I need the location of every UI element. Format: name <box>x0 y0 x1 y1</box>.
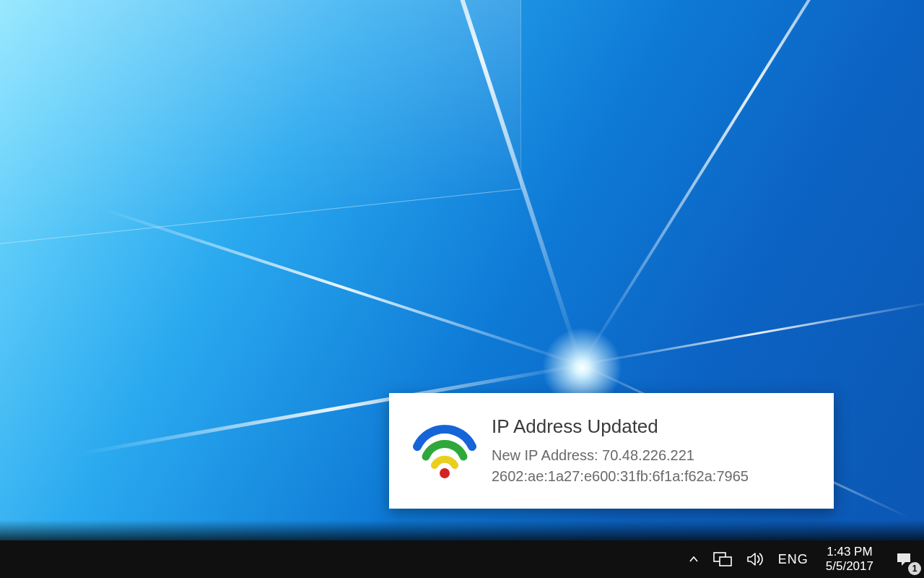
volume-tray-icon[interactable] <box>739 540 771 578</box>
language-label: ENG <box>778 552 808 567</box>
action-center-button[interactable]: 1 <box>884 540 924 578</box>
network-tray-icon[interactable] <box>706 540 739 578</box>
system-tray: ENG 1:43 PM 5/5/2017 1 <box>681 540 924 578</box>
speaker-icon <box>746 551 764 567</box>
language-indicator[interactable]: ENG <box>771 540 816 578</box>
wifi-icon <box>405 422 484 480</box>
clock-time: 1:43 PM <box>827 545 872 559</box>
clock-date: 5/5/2017 <box>826 559 873 574</box>
clock-tray[interactable]: 1:43 PM 5/5/2017 <box>816 540 884 578</box>
notification-title: IP Address Updated <box>492 415 818 438</box>
monitor-network-icon <box>713 551 732 568</box>
svg-rect-2 <box>720 557 731 566</box>
notification-ipv6: 2602:ae:1a27:e600:31fb:6f1a:f62a:7965 <box>492 466 818 487</box>
chevron-up-icon <box>689 554 699 564</box>
action-center-badge: 1 <box>908 562 921 575</box>
notification-toast[interactable]: IP Address Updated New IP Address: 70.48… <box>389 393 834 509</box>
taskbar: ENG 1:43 PM 5/5/2017 1 <box>0 540 924 578</box>
tray-overflow-button[interactable] <box>681 540 706 578</box>
notification-ipv4: New IP Address: 70.48.226.221 <box>492 445 818 466</box>
svg-point-0 <box>440 468 450 478</box>
